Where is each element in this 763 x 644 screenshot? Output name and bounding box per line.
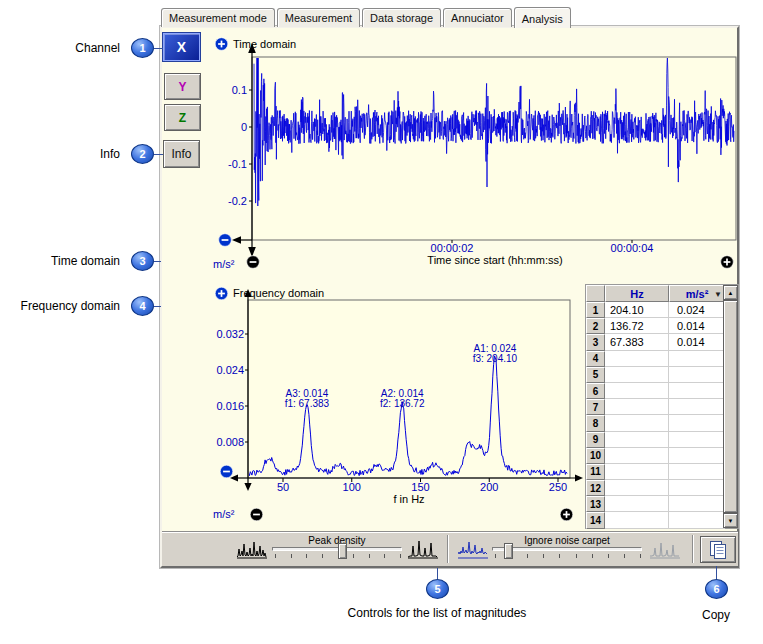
copy-button[interactable] — [700, 536, 736, 563]
time-unit-label: m/s² — [213, 258, 235, 270]
row-number-cell[interactable]: 6 — [586, 383, 605, 399]
ms2-value-cell[interactable] — [669, 432, 725, 448]
callout-line — [154, 306, 161, 307]
row-number-cell[interactable]: 14 — [586, 512, 605, 528]
channel-x-button[interactable]: X — [163, 33, 200, 61]
table-row[interactable]: 5 — [586, 367, 738, 383]
ms2-value-cell[interactable] — [669, 367, 725, 383]
info-button[interactable]: Info — [163, 140, 200, 168]
freq-y-tick-label: 0.016 — [216, 400, 244, 412]
table-row[interactable]: 8 — [586, 415, 738, 431]
table-header-ms2[interactable]: m/s² ▼ — [669, 285, 725, 302]
table-row[interactable]: 9 — [586, 432, 738, 448]
table-row[interactable]: 2136.720.014 — [586, 318, 738, 334]
table-header-hz[interactable]: Hz — [605, 285, 669, 302]
table-row[interactable]: 1204.100.024 — [586, 302, 738, 318]
row-number-cell[interactable]: 10 — [586, 448, 605, 464]
ms2-value-cell[interactable] — [669, 415, 725, 431]
tab-analysis[interactable]: Analysis — [514, 7, 571, 28]
table-body: 1204.100.0242136.720.014367.3830.0144567… — [586, 302, 738, 529]
ms2-value-cell[interactable] — [669, 496, 725, 512]
table-row[interactable]: 367.3830.014 — [586, 334, 738, 350]
ignore-noise-slider[interactable] — [492, 547, 642, 551]
time-domain-chart: Time domain0.10-0.1-0.200:00:0200:00:04T… — [205, 30, 740, 280]
table-scrollbar[interactable]: ▲ ▼ — [723, 285, 738, 528]
time-domain-svg: Time domain0.10-0.1-0.200:00:0200:00:04T… — [205, 30, 740, 280]
row-number-cell[interactable]: 8 — [586, 415, 605, 431]
tab-data-storage[interactable]: Data storage — [362, 8, 441, 27]
ms2-value-cell[interactable] — [669, 464, 725, 480]
slider-tick — [306, 554, 307, 558]
tab-measurement[interactable]: Measurement — [277, 8, 360, 27]
ms2-value-cell[interactable] — [669, 399, 725, 415]
hz-value-cell[interactable] — [605, 496, 669, 512]
ms2-value-cell[interactable]: 0.024 — [669, 302, 725, 318]
row-number-cell[interactable]: 5 — [586, 367, 605, 383]
ignore-noise-slider-thumb[interactable] — [504, 543, 513, 559]
hz-value-cell[interactable] — [605, 512, 669, 528]
hz-value-cell[interactable] — [605, 367, 669, 383]
freq-chart-add-button[interactable] — [215, 287, 228, 300]
freq-x-zoom-in-button[interactable] — [560, 508, 573, 521]
table-row[interactable]: 4 — [586, 351, 738, 367]
channel-y-button[interactable]: Y — [164, 73, 201, 100]
row-number-cell[interactable]: 13 — [586, 496, 605, 512]
row-number-cell[interactable]: 4 — [586, 351, 605, 367]
time-plot-area[interactable] — [252, 57, 736, 240]
hz-value-cell[interactable] — [605, 448, 669, 464]
hz-value-cell[interactable] — [605, 415, 669, 431]
time-x-tick-label: 00:00:04 — [611, 242, 654, 254]
freq-y-zoom-out-button[interactable] — [220, 465, 233, 478]
freq-y-tick-label: 0.032 — [216, 328, 244, 340]
ms2-value-cell[interactable] — [669, 383, 725, 399]
ms2-value-cell[interactable]: 0.014 — [669, 318, 725, 334]
tab-measurement-mode[interactable]: Measurement mode — [161, 8, 275, 27]
hz-value-cell[interactable] — [605, 351, 669, 367]
strip-divider — [447, 535, 449, 563]
row-number-cell[interactable]: 1 — [586, 302, 605, 318]
row-number-cell[interactable]: 7 — [586, 399, 605, 415]
time-chart-add-button[interactable] — [215, 38, 228, 51]
table-row[interactable]: 10 — [586, 448, 738, 464]
table-row[interactable]: 13 — [586, 496, 738, 512]
table-row[interactable]: 12 — [586, 480, 738, 496]
hz-value-cell[interactable]: 204.10 — [605, 302, 669, 318]
sort-dropdown-icon[interactable]: ▼ — [714, 290, 722, 299]
time-x-zoom-out-button[interactable] — [247, 256, 260, 269]
table-row[interactable]: 14 — [586, 512, 738, 528]
hz-value-cell[interactable] — [605, 480, 669, 496]
ms2-value-cell[interactable] — [669, 512, 725, 528]
table-row[interactable]: 6 — [586, 383, 738, 399]
time-y-zoom-out-button[interactable] — [219, 234, 232, 247]
hz-value-cell[interactable] — [605, 432, 669, 448]
ms2-value-cell[interactable]: 0.014 — [669, 334, 725, 350]
channel-z-button[interactable]: Z — [164, 104, 201, 131]
slider-tick — [275, 554, 276, 558]
peak-density-slider-thumb[interactable] — [338, 543, 347, 559]
freq-x-zoom-out-button[interactable] — [250, 508, 263, 521]
row-number-cell[interactable]: 11 — [586, 464, 605, 480]
scroll-up-button[interactable]: ▲ — [723, 285, 738, 300]
time-x-zoom-in-button[interactable] — [721, 256, 734, 269]
hz-value-cell[interactable]: 67.383 — [605, 334, 669, 350]
tab-annuciator[interactable]: Annuciator — [443, 8, 512, 27]
ms2-value-cell[interactable] — [669, 351, 725, 367]
time-y-tick-label: 0.1 — [232, 84, 247, 96]
hz-value-cell[interactable] — [605, 383, 669, 399]
table-row[interactable]: 7 — [586, 399, 738, 415]
hz-value-cell[interactable] — [605, 399, 669, 415]
ms2-value-cell[interactable] — [669, 480, 725, 496]
row-number-cell[interactable]: 2 — [586, 318, 605, 334]
hz-value-cell[interactable] — [605, 464, 669, 480]
table-row[interactable]: 11 — [586, 464, 738, 480]
row-number-cell[interactable]: 9 — [586, 432, 605, 448]
scroll-down-button[interactable]: ▼ — [723, 513, 738, 528]
row-number-cell[interactable]: 3 — [586, 334, 605, 350]
peak-density-slider[interactable] — [272, 547, 402, 551]
table-corner-cell — [586, 285, 605, 302]
freq-y-tick-label: 0.008 — [216, 436, 244, 448]
scroll-thumb[interactable] — [723, 300, 738, 513]
hz-value-cell[interactable]: 136.72 — [605, 318, 669, 334]
row-number-cell[interactable]: 12 — [586, 480, 605, 496]
ms2-value-cell[interactable] — [669, 448, 725, 464]
